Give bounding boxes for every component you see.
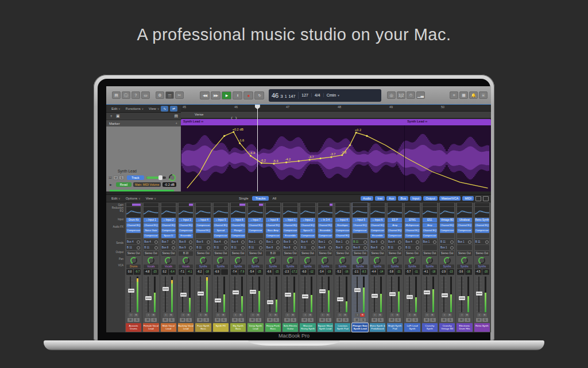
fx-slot[interactable]: Channel EQ xyxy=(335,233,350,238)
record-enable-button[interactable]: R xyxy=(256,313,260,317)
fx-slot[interactable]: Compressor xyxy=(335,228,350,233)
fx-slot[interactable]: Compressor xyxy=(370,228,385,233)
fx-slot[interactable]: Compressor xyxy=(179,228,193,233)
input-slot[interactable]: ○ Input 2 xyxy=(161,218,176,223)
automation-icon[interactable]: ∿ xyxy=(161,106,168,112)
input-monitor-button[interactable]: I xyxy=(390,313,394,317)
send-slot[interactable]: Bus 4 xyxy=(214,239,228,244)
fader-area[interactable] xyxy=(248,275,262,313)
mute-button[interactable]: M xyxy=(232,318,238,322)
fader-cap[interactable] xyxy=(285,293,291,297)
send-slot[interactable]: Bus 6 xyxy=(196,239,210,244)
eq-thumbnail[interactable] xyxy=(214,207,228,217)
fx-slot[interactable]: Compressor xyxy=(266,233,280,238)
fx-slot[interactable]: Channel EQ xyxy=(318,223,332,228)
vca-slot[interactable]: Synths xyxy=(283,264,297,269)
volume-value[interactable]: -2.9 xyxy=(440,269,447,275)
volume-value[interactable]: 0.2 xyxy=(161,269,168,275)
record-enable-button[interactable]: R xyxy=(482,313,487,317)
eq-thumbnail[interactable] xyxy=(196,207,210,217)
send-slot-empty[interactable] xyxy=(423,245,437,250)
solo-button[interactable]: S xyxy=(326,318,331,322)
input-monitor-button[interactable]: I xyxy=(233,313,238,317)
output-slot[interactable]: Stereo Out xyxy=(126,251,141,256)
automation-curve[interactable]: +0.2 dB-1.6-4.4-6.2-5.9-4.2-3.7-3.7-2.8+… xyxy=(181,125,491,191)
output-slot[interactable]: Stereo Out xyxy=(475,251,489,256)
channel-strip[interactable]: ES PAmpChannel EQCompressorBus 4B 11Ster… xyxy=(386,202,404,332)
solo-button[interactable]: S xyxy=(395,318,401,322)
mixer-view-all[interactable]: All xyxy=(269,196,280,201)
solo-button[interactable]: S xyxy=(482,318,488,322)
output-slot[interactable]: Stereo Out xyxy=(231,251,245,256)
mixer-menu-options[interactable]: Options ∨ xyxy=(126,197,141,200)
input-slot[interactable]: ○ Input 2 xyxy=(300,218,315,223)
solo-button[interactable]: S xyxy=(378,318,384,322)
send-slot[interactable]: B 11 xyxy=(440,239,454,244)
eq-thumbnail[interactable] xyxy=(475,207,489,217)
fx-slot[interactable]: Compressor xyxy=(283,228,297,233)
send-knob[interactable] xyxy=(346,240,349,244)
send-slot[interactable]: B 11 xyxy=(405,245,419,250)
vca-slot[interactable]: Vocals xyxy=(144,264,158,269)
fx-slot-empty[interactable] xyxy=(440,233,454,238)
fader-cap[interactable] xyxy=(128,289,134,293)
mute-button[interactable]: M xyxy=(319,318,325,322)
fader-area[interactable] xyxy=(440,275,454,313)
fader-area[interactable] xyxy=(196,275,210,313)
mute-button[interactable]: M xyxy=(163,318,168,322)
vca-slot[interactable]: Synths xyxy=(423,264,437,269)
vca-slot[interactable]: Synths xyxy=(353,264,367,269)
mixer-view-single[interactable]: Single xyxy=(235,196,252,201)
record-enable-button[interactable]: R xyxy=(360,313,365,317)
fader-cap[interactable] xyxy=(215,298,221,302)
fx-slot[interactable]: Compressor xyxy=(248,228,262,233)
record-enable-button[interactable]: R xyxy=(151,313,156,317)
input-slot[interactable]: Ultrabeat xyxy=(457,218,471,223)
send-slot[interactable]: B 11 xyxy=(300,245,315,250)
fader-cap[interactable] xyxy=(233,290,239,294)
pan-knob[interactable] xyxy=(322,257,328,264)
fx-slot[interactable]: Compressor xyxy=(405,233,419,238)
mute-button[interactable]: M xyxy=(215,318,220,322)
pan-knob[interactable] xyxy=(148,257,154,264)
region-header[interactable]: Synth Lead ∞ Synth Lead ∞ xyxy=(181,119,491,125)
mute-button[interactable]: M xyxy=(389,318,394,322)
volume-value[interactable]: -5.2 xyxy=(335,269,342,275)
inspector-icon[interactable]: ⓘ xyxy=(122,91,130,99)
mute-button[interactable]: M xyxy=(267,318,273,322)
pan-knob[interactable] xyxy=(235,257,242,264)
pan-knob[interactable] xyxy=(392,257,399,264)
fx-slot[interactable]: Channel EQ xyxy=(405,228,419,233)
fx-slot[interactable]: Ensemble xyxy=(283,233,297,238)
channel-name[interactable]: Luscious Synth Pad xyxy=(335,323,350,332)
solo-button[interactable]: S xyxy=(134,318,140,322)
fx-slot-empty[interactable] xyxy=(248,233,262,238)
send-slot[interactable]: Bus 1 xyxy=(423,239,437,244)
track-header[interactable]: Synth Lead 12 M S Track ▶ xyxy=(106,168,181,188)
pan-knob[interactable] xyxy=(183,257,189,264)
channel-strip[interactable]: ○ Input 5Channel EQCompressorB 11Bus 8St… xyxy=(351,202,369,332)
channel-name[interactable]: Backing Vocal Lead xyxy=(178,323,194,332)
output-slot[interactable]: Stereo Out xyxy=(388,251,402,256)
fader-cap[interactable] xyxy=(302,294,308,298)
fx-slot[interactable]: Channel EQ xyxy=(300,223,315,228)
fader-area[interactable] xyxy=(353,275,367,313)
quick-help-icon[interactable]: ? xyxy=(131,91,140,99)
fx-slot-empty[interactable] xyxy=(475,233,489,238)
input-slot[interactable]: ○ Input 8 xyxy=(266,218,280,223)
pan-knob[interactable] xyxy=(269,257,276,264)
fx-slot[interactable]: Channel EQ xyxy=(214,223,228,228)
add-track-icon[interactable]: ＋ xyxy=(109,113,113,119)
input-monitor-button[interactable]: I xyxy=(407,313,412,317)
list-editors-icon[interactable]: ≡ xyxy=(450,91,458,99)
eq-thumbnail[interactable] xyxy=(353,207,367,217)
send-slot[interactable]: B 11 xyxy=(353,239,367,244)
channel-name[interactable]: Crunchy Vintage B3 xyxy=(439,323,455,332)
solo-button[interactable]: S xyxy=(169,318,175,322)
fx-slot[interactable]: Compressor xyxy=(144,233,158,238)
send-knob[interactable] xyxy=(276,246,280,250)
fx-slot[interactable]: Ensemble xyxy=(370,233,385,238)
mute-button[interactable]: M xyxy=(145,318,150,322)
solo-button[interactable]: S xyxy=(151,318,157,322)
mute-button[interactable]: M xyxy=(336,318,342,322)
